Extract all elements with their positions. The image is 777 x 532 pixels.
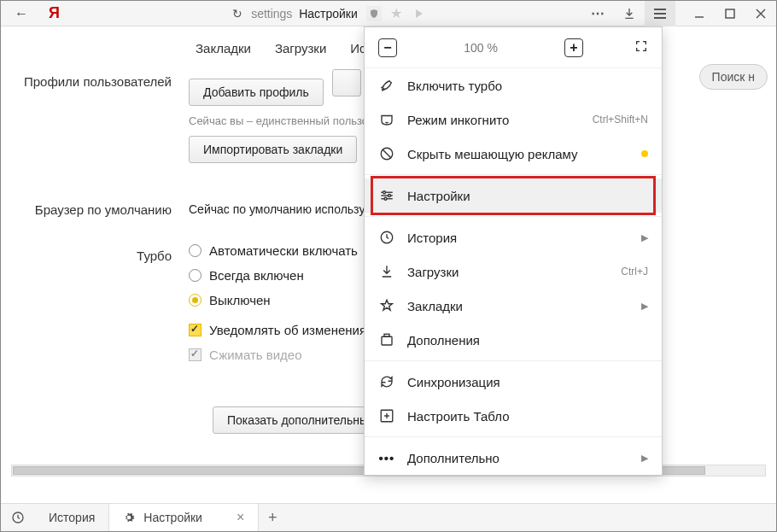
- svg-point-11: [388, 195, 391, 197]
- title-bar: ← Я ↻ settings Настройки ★ ⋯: [1, 1, 776, 26]
- reload-icon[interactable]: ↻: [232, 7, 242, 20]
- search-settings-button[interactable]: Поиск н: [699, 64, 768, 90]
- history-tab-label: История: [49, 511, 95, 524]
- svg-point-10: [383, 191, 386, 194]
- clock-icon: [378, 230, 395, 245]
- settings-tab-label: Настройки: [143, 511, 202, 524]
- menu-downloads-shortcut: Ctrl+J: [621, 266, 648, 278]
- main-menu: − 100 % + Включить турбо Режим инкогнито…: [364, 26, 663, 476]
- add-profile-button[interactable]: Добавить профиль: [189, 79, 324, 106]
- menu-bookmarks[interactable]: Закладки ▶: [365, 289, 662, 323]
- radio-icon: [189, 244, 202, 257]
- menu-more-label: Дополнительно: [407, 451, 629, 465]
- address-bar[interactable]: ↻ settings Настройки ★: [77, 5, 583, 21]
- menu-incognito-shortcut: Ctrl+Shift+N: [593, 114, 648, 126]
- svg-line-6: [383, 149, 392, 159]
- dots-icon: •••: [378, 451, 395, 465]
- url-text: settings Настройки: [251, 7, 358, 20]
- menu-incognito-label: Режим инкогнито: [407, 113, 581, 127]
- compress-video-label: Сжимать видео: [209, 348, 302, 362]
- toolbar-right: ⋯: [583, 1, 776, 26]
- zoom-in-button[interactable]: +: [564, 38, 583, 57]
- menu-addons-label: Дополнения: [407, 333, 648, 348]
- menu-sync-label: Синхронизация: [407, 375, 648, 389]
- window-controls: [684, 1, 776, 26]
- sliders-icon: [378, 188, 395, 203]
- menu-bookmarks-label: Закладки: [407, 299, 629, 313]
- svg-point-12: [384, 197, 387, 200]
- tab-separator-icon: [416, 9, 423, 18]
- profile-secondary-button[interactable]: [332, 69, 361, 96]
- nav-downloads[interactable]: Загрузки: [275, 41, 326, 56]
- menu-settings[interactable]: Настройки: [365, 178, 662, 213]
- chevron-right-icon: ▶: [641, 453, 648, 464]
- menu-incognito[interactable]: Режим инкогнито Ctrl+Shift+N: [365, 102, 662, 137]
- protect-icon[interactable]: [366, 6, 382, 21]
- maximize-button[interactable]: [715, 1, 745, 26]
- grid-plus-icon: [378, 408, 395, 424]
- addons-icon: [378, 332, 395, 348]
- download-icon: [378, 264, 395, 279]
- menu-downloads-label: Загрузки: [407, 265, 609, 279]
- menu-downloads[interactable]: Загрузки Ctrl+J: [365, 254, 662, 289]
- tab-bar: История Настройки × +: [1, 503, 776, 531]
- gear-icon: [123, 512, 135, 523]
- menu-settings-label: Настройки: [407, 189, 648, 203]
- fullscreen-icon[interactable]: [634, 39, 648, 56]
- chevron-right-icon: ▶: [641, 232, 648, 243]
- menu-addons[interactable]: Дополнения: [365, 323, 662, 357]
- menu-turbo-label: Включить турбо: [407, 79, 648, 93]
- new-tab-button[interactable]: +: [264, 509, 281, 526]
- menu-badge-dot: [641, 150, 648, 157]
- menu-history[interactable]: История ▶: [365, 220, 662, 254]
- menu-separator: [365, 360, 662, 361]
- rocket-icon: [378, 78, 395, 93]
- svg-rect-14: [382, 336, 392, 345]
- close-tab-icon[interactable]: ×: [237, 510, 244, 525]
- block-icon: [378, 146, 395, 161]
- hamburger-icon: [654, 9, 666, 19]
- settings-tab[interactable]: Настройки ×: [108, 504, 259, 532]
- history-tab[interactable]: История: [35, 504, 108, 532]
- menu-turbo[interactable]: Включить турбо: [365, 68, 662, 102]
- turbo-label: Турбо: [18, 243, 189, 372]
- menu-separator: [365, 174, 662, 175]
- default-browser-label: Браузер по умолчанию: [18, 197, 189, 218]
- radio-icon: [189, 269, 202, 282]
- zoom-value: 100 %: [397, 41, 564, 55]
- menu-tablo-label: Настроить Табло: [407, 409, 648, 424]
- turbo-auto-label: Автоматически включать: [209, 243, 358, 258]
- close-button[interactable]: [745, 1, 776, 26]
- menu-more[interactable]: ••• Дополнительно ▶: [365, 441, 662, 475]
- svg-rect-1: [726, 9, 734, 18]
- turbo-off-label: Выключен: [209, 293, 271, 307]
- checkbox-icon: [189, 348, 202, 361]
- turbo-on-label: Всегда включен: [209, 268, 304, 283]
- history-icon[interactable]: [11, 511, 25, 524]
- star-icon: [378, 298, 395, 313]
- downloads-button[interactable]: [614, 1, 645, 26]
- back-button[interactable]: ←: [9, 4, 33, 23]
- zoom-row: − 100 % +: [365, 27, 662, 68]
- menu-button[interactable]: [645, 1, 675, 26]
- bookmark-star-icon[interactable]: ★: [390, 5, 402, 21]
- zoom-out-button[interactable]: −: [378, 38, 397, 57]
- nav-bookmarks[interactable]: Закладки: [196, 41, 251, 56]
- import-bookmarks-button[interactable]: Импортировать закладки: [189, 136, 357, 163]
- more-button[interactable]: ⋯: [583, 1, 614, 26]
- menu-tablo[interactable]: Настроить Табло: [365, 399, 662, 433]
- profiles-label: Профили пользователей: [18, 69, 189, 163]
- notify-label: Уведомлять об изменениях: [209, 323, 373, 337]
- radio-icon: [189, 294, 202, 307]
- sync-icon: [378, 374, 395, 389]
- menu-separator: [365, 216, 662, 217]
- checkbox-icon: [189, 324, 202, 336]
- svg-rect-15: [384, 334, 389, 336]
- yandex-logo[interactable]: Я: [40, 4, 68, 22]
- minimize-button[interactable]: [684, 1, 715, 26]
- menu-sync[interactable]: Синхронизация: [365, 365, 662, 399]
- chevron-right-icon: ▶: [641, 301, 648, 312]
- menu-hide-ads[interactable]: Скрыть мешающую рекламу: [365, 137, 662, 171]
- menu-history-label: История: [407, 231, 629, 245]
- mask-icon: [378, 112, 395, 127]
